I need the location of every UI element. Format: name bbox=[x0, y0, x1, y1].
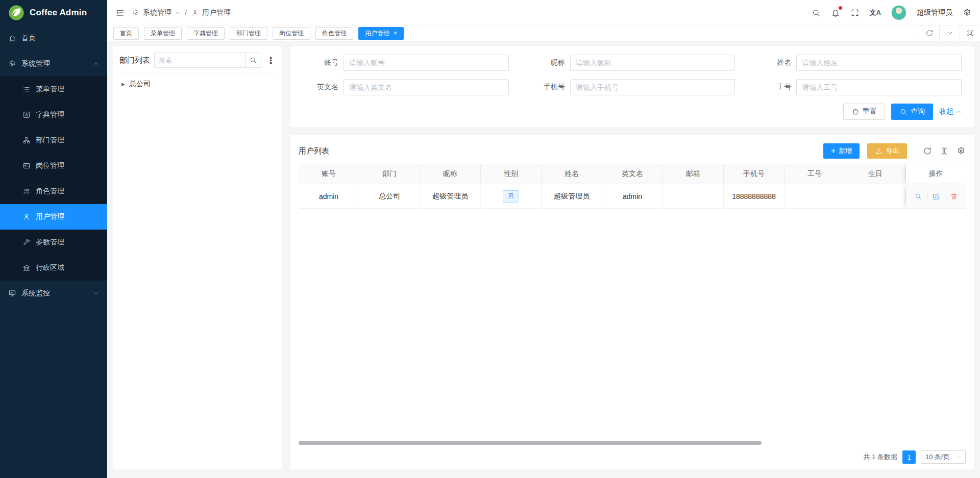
user-icon bbox=[191, 9, 199, 17]
horizontal-scrollbar[interactable] bbox=[299, 441, 762, 445]
tab-role-mgmt[interactable]: 角色管理 bbox=[315, 27, 353, 40]
user-icon bbox=[22, 213, 31, 221]
tree-node-root[interactable]: ▶ 总公司 bbox=[119, 73, 276, 89]
name-input[interactable] bbox=[796, 55, 962, 71]
field-account: 账号 bbox=[303, 55, 509, 71]
sidebar-group-system[interactable]: 系统管理 bbox=[0, 51, 107, 77]
job-no-input[interactable] bbox=[796, 79, 962, 95]
row-height-icon[interactable] bbox=[940, 146, 949, 156]
sidebar-group-label: 系统管理 bbox=[21, 59, 50, 68]
department-search bbox=[154, 53, 261, 68]
export-button[interactable]: 导出 bbox=[867, 143, 907, 159]
sidebar-item-post-mgmt[interactable]: 岗位管理 bbox=[0, 153, 107, 179]
chevron-down-icon bbox=[93, 290, 99, 296]
cell-gender: 男 bbox=[481, 184, 542, 209]
column-header: 昵称 bbox=[420, 164, 481, 184]
tab-post-mgmt[interactable]: 岗位管理 bbox=[273, 27, 310, 40]
sidebar-item-user-mgmt[interactable]: 用户管理 bbox=[0, 204, 107, 230]
field-en-name: 英文名 bbox=[303, 79, 509, 95]
list-icon bbox=[22, 85, 31, 93]
account-input[interactable] bbox=[344, 55, 509, 71]
chevron-down-icon[interactable] bbox=[175, 10, 181, 16]
column-settings-gear-icon[interactable] bbox=[957, 146, 966, 156]
sidebar-item-label: 首页 bbox=[21, 34, 36, 43]
refresh-icon[interactable] bbox=[923, 146, 932, 156]
more-options-icon[interactable]: ⋮ bbox=[265, 56, 276, 65]
user-list-toolbar: 用户列表 + 新增 导出 bbox=[299, 139, 966, 163]
translate-icon[interactable]: 文A bbox=[870, 9, 881, 16]
app-logo[interactable]: Coffee Admin bbox=[0, 0, 107, 26]
org-chart-icon bbox=[22, 136, 31, 144]
edit-icon[interactable] bbox=[927, 192, 945, 200]
breadcrumb: 系统管理 / 用户管理 bbox=[132, 8, 231, 17]
column-header: 生日 bbox=[845, 164, 906, 184]
page-number-button[interactable]: 1 bbox=[902, 450, 916, 464]
add-button[interactable]: + 新增 bbox=[823, 143, 860, 159]
view-magnifier-icon[interactable] bbox=[910, 192, 927, 200]
tab-close-icon[interactable]: × bbox=[394, 30, 397, 36]
department-search-button[interactable] bbox=[245, 53, 261, 68]
sidebar-item-dept-mgmt[interactable]: 部门管理 bbox=[0, 128, 107, 153]
tree-node-label[interactable]: 总公司 bbox=[129, 80, 151, 89]
toolbar-actions: + 新增 导出 bbox=[823, 143, 966, 159]
sidebar-item-menu-mgmt[interactable]: 菜单管理 bbox=[0, 77, 107, 102]
gender-tag: 男 bbox=[503, 190, 519, 203]
search-icon bbox=[899, 108, 908, 116]
refresh-icon[interactable] bbox=[919, 26, 939, 41]
sidebar-item-role-mgmt[interactable]: 角色管理 bbox=[0, 179, 107, 204]
page-size-select[interactable]: 10 条/页 bbox=[921, 450, 966, 464]
tab-home[interactable]: 首页 bbox=[113, 27, 139, 40]
collapse-link[interactable]: 收起 bbox=[939, 107, 962, 116]
dictionary-icon bbox=[22, 111, 31, 119]
search-icon[interactable] bbox=[812, 8, 821, 17]
user-list-title: 用户列表 bbox=[299, 146, 329, 156]
department-panel-title: 部门列表 bbox=[119, 56, 150, 65]
reset-button[interactable]: 重置 bbox=[843, 104, 885, 120]
main-area: 系统管理 / 用户管理 文A 超级管理员 首页 bbox=[107, 0, 980, 478]
phone-input[interactable] bbox=[570, 79, 736, 95]
settings-gear-icon[interactable] bbox=[963, 8, 972, 17]
sidebar-item-label: 参数管理 bbox=[36, 238, 64, 247]
leaf-logo-icon bbox=[8, 5, 24, 21]
field-phone: 手机号 bbox=[529, 79, 736, 95]
expand-layout-icon[interactable] bbox=[960, 26, 980, 41]
chevron-down-icon[interactable] bbox=[939, 26, 960, 41]
column-header: 账号 bbox=[299, 164, 359, 184]
breadcrumb-item[interactable]: 系统管理 bbox=[143, 8, 172, 17]
cell-name: 超级管理员 bbox=[542, 184, 602, 209]
cell-actions bbox=[906, 184, 966, 209]
department-search-input[interactable] bbox=[154, 53, 245, 68]
column-header: 工号 bbox=[785, 164, 845, 184]
nickname-input[interactable] bbox=[570, 55, 736, 71]
table-row[interactable]: admin 总公司 超级管理员 男 超级管理员 admin 1888888888… bbox=[299, 184, 966, 209]
tab-user-mgmt[interactable]: 用户管理 × bbox=[358, 27, 404, 40]
plus-icon: + bbox=[831, 147, 836, 155]
avatar[interactable] bbox=[891, 5, 906, 20]
menu-fold-icon[interactable] bbox=[115, 8, 125, 17]
sidebar-group-monitor[interactable]: 系统监控 bbox=[0, 281, 107, 306]
en-name-input[interactable] bbox=[344, 79, 509, 95]
sidebar-item-region-mgmt[interactable]: 行政区域 bbox=[0, 255, 107, 281]
sidebar-item-param-mgmt[interactable]: 参数管理 bbox=[0, 230, 107, 255]
search-button[interactable]: 查询 bbox=[891, 104, 933, 120]
tab-menu-mgmt[interactable]: 菜单管理 bbox=[144, 27, 182, 40]
sidebar-item-label: 角色管理 bbox=[36, 187, 64, 196]
sidebar: Coffee Admin 首页 系统管理 菜单管理 字典管理 部门管理 bbox=[0, 0, 107, 478]
tree-caret-icon[interactable]: ▶ bbox=[121, 82, 125, 87]
sidebar-item-home[interactable]: 首页 bbox=[0, 26, 107, 51]
delete-trash-icon[interactable] bbox=[945, 192, 963, 200]
sidebar-item-dict-mgmt[interactable]: 字典管理 bbox=[0, 102, 107, 128]
tab-dept-mgmt[interactable]: 部门管理 bbox=[230, 27, 267, 40]
notification-bell-icon[interactable] bbox=[831, 8, 840, 17]
content-area: 部门列表 ⋮ ▶ 总公司 账号 bbox=[107, 41, 980, 478]
sidebar-item-label: 字典管理 bbox=[36, 110, 64, 119]
fullscreen-icon[interactable] bbox=[850, 8, 860, 17]
search-form-card: 账号 昵称 姓名 英文名 bbox=[290, 46, 974, 127]
tab-dict-mgmt[interactable]: 字典管理 bbox=[187, 27, 225, 40]
column-header: 性别 bbox=[481, 164, 542, 184]
username[interactable]: 超级管理员 bbox=[917, 8, 952, 17]
user-list-card: 用户列表 + 新增 导出 bbox=[290, 135, 974, 469]
table-header-row: 账号 部门 昵称 性别 姓名 英文名 邮箱 手机号 工号 生日 操作 bbox=[299, 164, 966, 184]
department-panel: 部门列表 ⋮ ▶ 总公司 bbox=[113, 46, 282, 469]
table-empty-area bbox=[299, 209, 966, 439]
